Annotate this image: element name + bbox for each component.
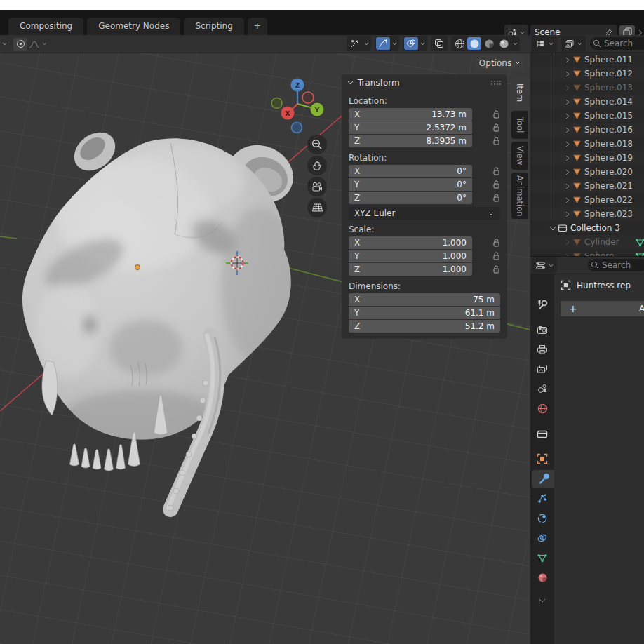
scale-x-field[interactable]: X1.000	[349, 236, 472, 249]
location-y-field[interactable]: Y2.5372 m	[349, 121, 472, 134]
expand-arrow-icon[interactable]	[563, 197, 572, 203]
options-button[interactable]: Options	[476, 55, 524, 70]
axis-neg-x-ball[interactable]	[302, 92, 314, 103]
camera-view-button[interactable]	[307, 177, 327, 196]
expand-arrow-icon[interactable]	[563, 113, 572, 119]
axis-neg-y-ball[interactable]	[271, 98, 282, 109]
sidebar-tab-item[interactable]: Item	[511, 77, 528, 109]
rotation-y-field[interactable]: Y0°	[349, 178, 472, 191]
lock-icon[interactable]	[492, 137, 500, 146]
collapse-arrow-icon[interactable]	[548, 225, 558, 232]
outliner-item-sphere-019[interactable]: Sphere.019	[530, 151, 644, 165]
rotation-x-field[interactable]: X0°	[349, 165, 472, 177]
panel-grip-icon[interactable]	[490, 80, 502, 86]
tab-collection[interactable]	[532, 424, 552, 443]
tab-scene[interactable]	[532, 380, 552, 398]
properties-search[interactable]	[588, 259, 644, 271]
add-modifier-button[interactable]: + A	[561, 301, 644, 316]
rotation-z-field[interactable]: Z0°	[349, 192, 472, 204]
outliner-item-sphere-018[interactable]: Sphere.018	[530, 137, 644, 151]
outliner-item-sphere-016[interactable]: Sphere.016	[530, 123, 644, 137]
expand-arrow-icon[interactable]	[563, 183, 572, 189]
lock-icon[interactable]	[492, 180, 500, 189]
tab-view-layer[interactable]	[532, 360, 552, 378]
lock-icon[interactable]	[492, 110, 500, 119]
navigation-axis-gizmo[interactable]: Z Y X	[271, 76, 327, 135]
outliner-item-sphere-023[interactable]: Sphere.023	[530, 207, 644, 221]
expand-arrow-icon[interactable]	[563, 85, 572, 91]
scale-z-field[interactable]: Z1.000	[349, 263, 472, 276]
location-z-field[interactable]: Z8.3935 m	[349, 135, 472, 147]
workspace-tab-geometry-nodes[interactable]: Geometry Nodes	[87, 18, 180, 35]
workspace-tab-scripting[interactable]: Scripting	[184, 18, 243, 35]
tab-world[interactable]	[532, 399, 552, 417]
outliner-item-sphere-015[interactable]: Sphere.015	[530, 109, 644, 123]
outliner-item-collection-3[interactable]: Collection 3	[530, 221, 644, 235]
pan-button[interactable]	[307, 156, 327, 175]
outliner-search-input[interactable]	[604, 39, 644, 48]
dimensions-y-field[interactable]: Y61.1 m	[349, 307, 500, 319]
tab-object[interactable]	[532, 450, 552, 468]
outliner-item-cylinder[interactable]: Cylinder	[530, 235, 644, 249]
scale-y-field[interactable]: Y1.000	[349, 250, 472, 262]
lock-icon[interactable]	[492, 194, 500, 203]
outliner-item-sphere-021[interactable]: Sphere.021	[530, 179, 644, 193]
properties-editor-type-button[interactable]	[532, 257, 557, 273]
outliner-item-sphere-014[interactable]: Sphere.014	[530, 95, 644, 109]
rotation-mode-dropdown[interactable]: XYZ Euler	[349, 207, 500, 220]
outliner-item-sphere-013[interactable]: Sphere.013	[530, 81, 644, 95]
falloff-dropdown[interactable]	[27, 37, 49, 51]
shading-material-button[interactable]	[482, 37, 496, 50]
add-workspace-button[interactable]: +	[248, 18, 267, 35]
outliner-display-mode-button[interactable]	[532, 36, 557, 51]
zoom-button[interactable]	[307, 135, 327, 154]
lock-icon[interactable]	[492, 239, 500, 248]
expand-arrow-icon[interactable]	[563, 71, 572, 77]
shading-wireframe-button[interactable]	[452, 37, 467, 50]
expand-arrow-icon[interactable]	[563, 141, 572, 147]
toggle-xray-button[interactable]	[431, 36, 448, 51]
tab-object-data[interactable]	[532, 549, 552, 567]
axis-neg-z-ball[interactable]	[292, 123, 302, 133]
outliner-item-sphere-020[interactable]: Sphere.020	[530, 165, 644, 179]
show-gizmos-dropdown[interactable]	[347, 36, 371, 51]
shading-solid-button[interactable]	[467, 37, 481, 50]
tab-modifiers[interactable]	[532, 470, 554, 488]
object-origin-dot[interactable]	[135, 265, 140, 270]
expand-arrow-icon[interactable]	[563, 169, 572, 175]
sidebar-tab-view[interactable]: View	[511, 142, 528, 170]
expand-arrow-icon[interactable]	[563, 211, 572, 217]
workspace-tab-compositing[interactable]: Compositing	[8, 18, 83, 35]
gizmo-navigate-dropdown[interactable]	[375, 36, 399, 51]
tabs-overflow-chevron[interactable]	[532, 591, 552, 610]
location-x-field[interactable]: X13.73 m	[349, 108, 472, 121]
proportional-editing-button[interactable]	[13, 38, 27, 51]
sidebar-tab-animation[interactable]: Animation	[511, 173, 528, 219]
tab-render[interactable]	[532, 321, 552, 339]
dimensions-z-field[interactable]: Z51.2 m	[349, 320, 500, 333]
sidebar-tab-tool[interactable]: Tool	[511, 111, 528, 139]
dimensions-x-field[interactable]: X75 m	[349, 293, 500, 306]
lock-icon[interactable]	[492, 252, 500, 261]
expand-arrow-icon[interactable]	[563, 155, 572, 161]
outliner-item-sphere-011[interactable]: Sphere.011	[530, 53, 644, 67]
tab-material[interactable]	[532, 568, 552, 586]
expand-arrow-icon[interactable]	[563, 57, 572, 63]
outliner-item-sphere-012[interactable]: Sphere.012	[530, 67, 644, 81]
outliner-item-sphere[interactable]: Sphere	[530, 249, 644, 256]
show-overlays-dropdown[interactable]	[403, 36, 427, 51]
tab-constraints[interactable]	[532, 529, 552, 547]
shading-rendered-button[interactable]	[497, 37, 511, 50]
expand-arrow-icon[interactable]	[563, 239, 572, 246]
outliner-item-sphere-022[interactable]: Sphere.022	[530, 193, 644, 207]
toggle-projection-button[interactable]	[307, 198, 327, 217]
lock-icon[interactable]	[492, 123, 500, 133]
lock-icon[interactable]	[492, 265, 500, 274]
tab-particles[interactable]	[532, 490, 552, 508]
expand-arrow-icon[interactable]	[563, 99, 572, 105]
clipped-dropdown-chevron[interactable]	[1, 42, 8, 46]
outliner-filter-button[interactable]	[561, 36, 586, 51]
outliner-search[interactable]	[590, 37, 644, 50]
properties-search-input[interactable]	[602, 260, 644, 270]
tab-output[interactable]	[532, 340, 552, 358]
